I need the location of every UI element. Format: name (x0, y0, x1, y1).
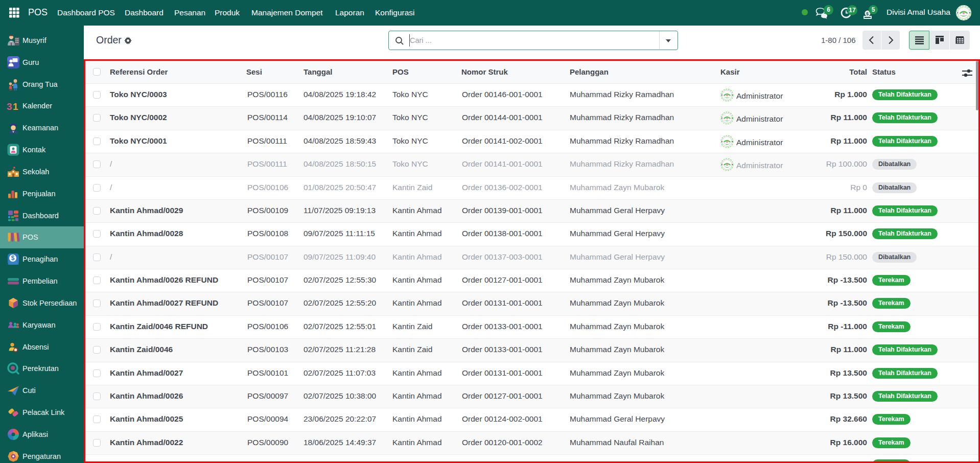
svg-text:$: $ (11, 254, 15, 262)
svg-text:3: 3 (7, 101, 12, 112)
svg-text:1: 1 (13, 101, 18, 112)
svg-text:$: $ (866, 11, 869, 16)
